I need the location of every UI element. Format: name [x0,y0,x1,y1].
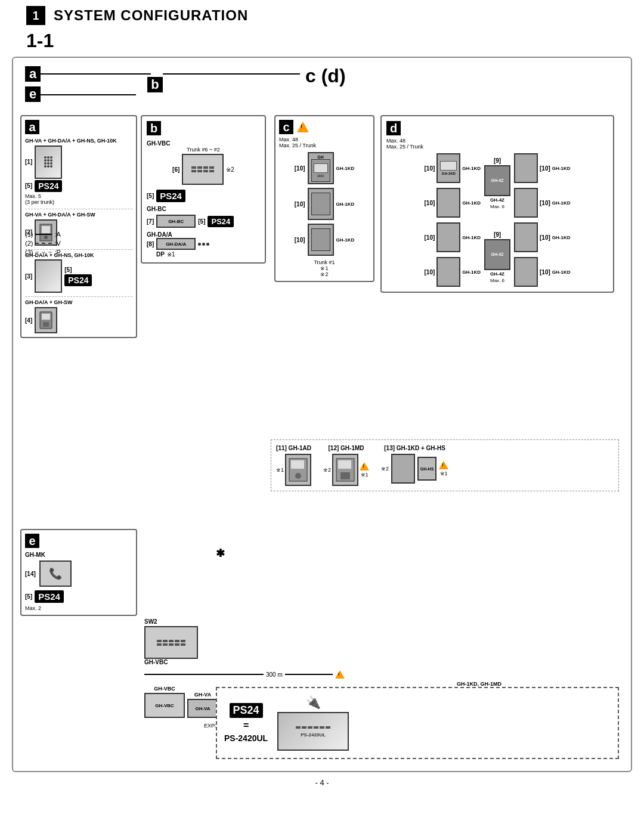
ps24-badge-b: PS24 [156,190,185,202]
sub13-label: [13] GH-1KD + GH-HS [384,445,445,451]
box-e: e GH-MK [14] 📞 [5] PS24 Max. 2 [20,529,137,616]
bracket-5-bc: [5] [198,218,205,225]
gh1kd-1md-label: GH-1KD, GH-1MD [457,681,501,687]
sub11-label: [11] GH-1AD [276,445,311,451]
ghvbc-main [144,626,198,659]
legend-num3: (3) [25,249,33,256]
bracket-6: [6] [172,166,179,173]
trunk-label: Trunk #6 ~ #2 [187,147,219,153]
note2-13: ※2 [381,466,389,472]
ps24-img: PS-2420UL [277,712,349,751]
sub12-label: [12] GH-1MD [329,445,364,451]
star-note: ✱ [216,547,225,560]
device-label-4: GH-DA/A + GH-SW [25,299,132,306]
bracket-9-d2: [9] [494,231,501,238]
gh1kd-c3 [308,224,334,256]
gh4z-label-d2: GH-4Z [490,271,504,277]
gh4z-label-d1: GH-4Z [490,197,504,203]
gh1kd-c1: GH 1KD [308,152,334,184]
ps24-badge-1: PS24 [35,180,62,192]
bracket-8: [8] [147,241,154,247]
ghva-device: GH-VA [187,699,218,718]
telephone-device: 📞 [39,561,72,587]
bracket-10-d1: [10] [425,165,435,172]
gh1kd-d8 [514,257,538,287]
note1-13: ※1 [440,470,448,476]
per-trunk-label: (3 per trunk) [25,199,132,205]
gh4z-d2: GH-4Z [484,239,510,270]
gh1kd-label-c2: GH-1KD [336,202,355,207]
legend-num1: (1) [25,231,33,238]
bracket-10-d3: [10] [425,234,435,241]
sub-diag-11: [11] GH-1AD ※1 [276,445,311,486]
gh1kd-label-c1: GH-1KD [336,166,355,171]
svg-rect-11 [340,472,350,479]
header-title: SYSTEM CONFIGURATION [54,7,248,24]
gh-vbc-label-b: GH-VBC [147,140,170,147]
gh1md-device [332,454,358,486]
trunk1-label: Trunk #1 [279,259,370,265]
intercom-panel-1 [35,145,62,179]
label-a: a [25,66,41,82]
max2-label: Max. 2 [25,605,132,611]
plug-icon: 🔌 [306,695,321,710]
bracket-10-c1: [10] [295,165,305,172]
ghvbc-chain-label: GH-VBC [144,659,168,665]
max5-label: Max. 5 [25,193,132,199]
ghvbc-chain-1-label: GH-VBC [154,686,175,692]
bracket-10-d5: [10] [540,165,550,172]
box-c-label: c [279,120,293,134]
box-e-label: e [25,534,39,548]
intercom-panel-3 [35,259,62,293]
gh1kd-label-d8: GH-1KD [552,270,571,275]
gh-da-device: GH-DA/A [156,238,196,250]
bracket-7: [7] [147,218,154,225]
gh-mk-label: GH-MK [25,552,132,558]
box-d-label: d [386,121,401,135]
gh1kd-d4 [436,257,460,287]
bracket-1: [1] [25,159,32,165]
gh-bc-device: GH-BC [156,215,196,228]
label-cd: c (d) [305,65,346,87]
svg-point-8 [295,473,301,479]
bracket-5b: [5] [64,267,92,273]
gh1kd-d2 [436,188,460,218]
ps24-badge-e: PS24 [35,590,64,603]
bracket-10-c2: [10] [295,201,305,208]
gh1kd-d7 [514,222,538,252]
bracket-10-c3: [10] [295,237,305,243]
legend-a: :A [54,231,60,238]
dp-label: DP [156,251,165,258]
legend-p: :P [54,249,60,256]
note2-c: ※2 [279,271,370,277]
box-a-label: a [25,120,39,134]
svg-rect-10 [338,460,351,469]
gh1kd-label-c3: GH-1KD [336,237,355,243]
bracket-10-d7: [10] [540,234,550,241]
box-b-label: b [147,121,161,135]
bracket-5-e: [5] [25,593,32,600]
bracket-10-d8: [10] [540,269,550,275]
bracket-10-d4: [10] [425,269,435,275]
gh1ad-device [285,454,311,486]
ghvbc-device [182,154,224,185]
gh1kd-label-d2: GH-1KD [462,200,481,206]
gh1kd-label-d5: GH-1KD [552,166,571,171]
diagram-outer: a b c (d) e a GH-VA + GH-DA/A + GH-NS, G… [12,57,632,772]
sub-diag-13: [13] GH-1KD + GH-HS ※2 GH-HS ! ※1 [381,445,448,484]
bracket-10-d2: [10] [425,200,435,206]
sw2-label: SW2 [144,618,157,625]
gh1kd-label-d6: GH-1KD [552,200,571,206]
ps24-badge-bc: PS24 [208,216,234,227]
device-label-2: GH-VA + GH-DA/A + GH-SW [25,212,132,218]
box-c: c ! Max. 48 Max. 25 / Trunk [10] GH 1KD … [274,115,374,282]
ps24-badge-3: PS24 [64,274,92,286]
bracket-5-b: [5] [147,193,154,199]
svg-rect-7 [291,460,304,469]
label-e: e [25,86,41,102]
gh1kd-label-d3: GH-1KD [462,235,481,240]
header-number: 1 [26,6,45,25]
warning-vbc: ! [335,670,345,679]
gh1kd-13 [391,454,415,484]
gh1kd-label-d4: GH-1KD [462,270,481,275]
